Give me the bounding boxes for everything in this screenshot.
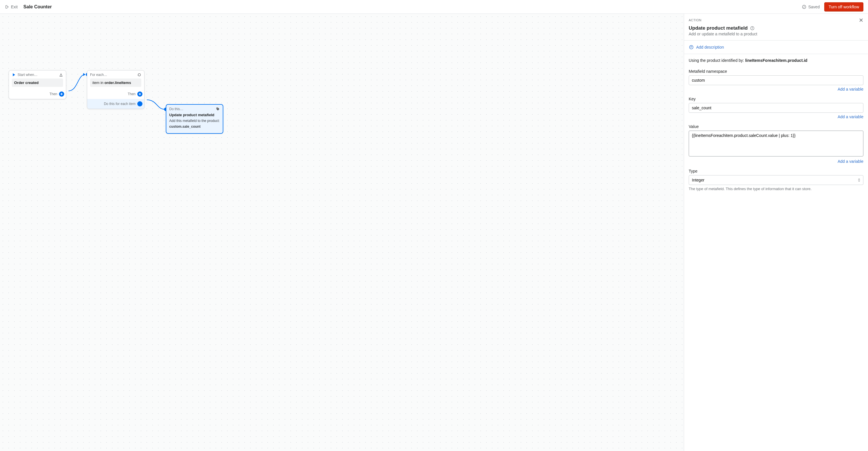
add-variable-link-namespace[interactable]: Add a variable [837, 87, 863, 92]
action-ref: custom.sale_count [169, 125, 220, 130]
trigger-then-button[interactable]: Then [9, 90, 66, 99]
action-head-label: Do this… [169, 107, 183, 111]
trigger-head-label: Start when… [18, 73, 37, 77]
info-icon[interactable] [750, 26, 754, 31]
action-node[interactable]: Do this… Update product metafield Add th… [166, 104, 223, 134]
loop-icon [137, 73, 141, 77]
saved-label: Saved [808, 5, 820, 9]
turn-off-workflow-button[interactable]: Turn off workflow [824, 2, 863, 11]
foreach-loop-button[interactable]: Do this for each item [87, 99, 144, 109]
key-input[interactable] [689, 103, 863, 113]
close-icon[interactable] [859, 18, 863, 23]
add-variable-link-value[interactable]: Add a variable [837, 159, 863, 164]
saved-indicator: Saved [802, 5, 820, 9]
panel-title: Update product metafield [689, 25, 748, 31]
namespace-label: Metafield namespace [689, 68, 863, 75]
topbar: Exit Sale Counter Saved Turn off workflo… [0, 0, 868, 14]
panel-section-label: ACTION [689, 19, 702, 22]
foreach-then-button[interactable]: Then [87, 90, 144, 99]
check-circle-icon [802, 5, 806, 9]
svg-point-4 [689, 45, 693, 49]
action-desc: Add this metafield to the product: [169, 118, 220, 125]
value-label: Value [689, 123, 863, 131]
identified-by: Using the product identified by: lineIte… [689, 56, 863, 68]
tag-icon [216, 107, 220, 111]
foreach-head-label: For each… [90, 73, 107, 77]
trigger-node[interactable]: Start when… Order created Then [9, 70, 66, 99]
value-textarea[interactable]: {{lineItemsForeachitem.product.saleCount… [689, 131, 863, 157]
foreach-then-label: Then [128, 92, 135, 96]
exit-icon [5, 5, 9, 9]
exit-label: Exit [11, 5, 18, 9]
namespace-input[interactable] [689, 75, 863, 85]
note-icon [689, 44, 694, 50]
add-variable-link-key[interactable]: Add a variable [837, 115, 863, 119]
svg-point-3 [752, 27, 752, 27]
type-helper: The type of metafield. This defines the … [689, 185, 863, 197]
workflow-title: Sale Counter [23, 4, 52, 9]
import-icon [59, 73, 63, 77]
foreach-node[interactable]: For each… item in order.lineItems Then D… [87, 70, 145, 109]
svg-point-1 [217, 108, 217, 108]
main: Start when… Order created Then For each… [0, 14, 868, 451]
action-panel: ACTION Update product metafield Add or u… [684, 14, 868, 451]
panel-subtitle: Add or update a metafield to a product [684, 31, 868, 40]
foreach-expression: item in order.lineItems [90, 78, 141, 87]
add-description-button[interactable]: Add description [684, 40, 868, 54]
add-description-label: Add description [696, 45, 724, 50]
play-icon [12, 73, 16, 77]
port-dot-icon [137, 101, 143, 106]
arrowhead-icon [83, 73, 86, 76]
workflow-canvas[interactable]: Start when… Order created Then For each… [0, 14, 684, 451]
foreach-loop-label: Do this for each item [104, 102, 135, 106]
plus-icon [137, 92, 143, 97]
type-label: Type [689, 168, 863, 175]
trigger-then-label: Then [50, 92, 57, 96]
type-select[interactable]: Integer [689, 175, 863, 185]
exit-button[interactable]: Exit [5, 5, 18, 9]
action-title: Update product metafield [169, 113, 214, 117]
trigger-title: Order created [14, 80, 38, 85]
plus-icon [59, 92, 64, 97]
key-label: Key [689, 96, 863, 103]
